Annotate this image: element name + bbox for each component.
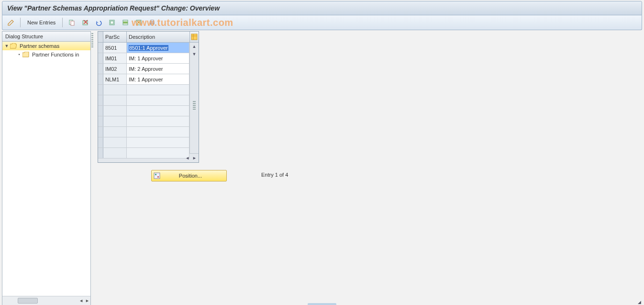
svg-rect-14: [151, 23, 154, 25]
table-row-empty[interactable]: [98, 148, 189, 158]
cell-description[interactable]: [127, 85, 189, 95]
table-settings-button[interactable]: [190, 32, 199, 42]
window-title-bar: View "Partner Schemas Appropriation Requ…: [2, 1, 642, 15]
table-header-row: ParSc Description: [98, 32, 199, 43]
cell-description[interactable]: [127, 116, 189, 126]
new-entries-label: New Entries: [27, 20, 56, 25]
column-header-parsc[interactable]: ParSc: [103, 32, 127, 42]
delete-icon[interactable]: [79, 17, 91, 28]
svg-rect-19: [155, 174, 156, 175]
print-icon[interactable]: [146, 17, 158, 28]
select-all-icon[interactable]: [106, 17, 118, 28]
table-row-empty[interactable]: [98, 116, 189, 127]
svg-rect-8: [123, 22, 128, 23]
row-selector-header[interactable]: [98, 32, 103, 42]
table-row-empty[interactable]: [98, 137, 189, 148]
tree-node-label: Partner Functions in: [31, 51, 80, 58]
scroll-right-icon[interactable]: ►: [85, 298, 89, 303]
tree-node-partner-schemas[interactable]: ▼ Partner schemas: [2, 42, 90, 50]
cell-parsc[interactable]: [103, 95, 127, 105]
row-selector[interactable]: [98, 64, 103, 74]
tree-node-label: Partner schemas: [19, 43, 60, 49]
work-area: Dialog Structure ▼ Partner schemas • Par…: [2, 31, 642, 305]
row-selector[interactable]: [98, 43, 103, 53]
cell-description[interactable]: IM: 2 Approver: [127, 64, 189, 74]
cell-description[interactable]: [127, 106, 189, 116]
table-row-empty[interactable]: [98, 106, 189, 116]
main-content-area: ParSc Description 85018501:1 ApproverIM0…: [94, 31, 642, 305]
table-row[interactable]: NLM1IM: 1 Approver: [98, 74, 189, 85]
row-selector[interactable]: [98, 116, 103, 126]
row-selector[interactable]: [98, 106, 103, 116]
tree-expand-icon[interactable]: ▼: [4, 44, 9, 48]
table-row-empty[interactable]: [98, 127, 189, 137]
folder-open-icon: [10, 43, 17, 49]
status-bar-hint: [308, 303, 336, 305]
dialog-structure-header: Dialog Structure: [2, 32, 90, 42]
row-selector[interactable]: [98, 127, 103, 137]
table-row[interactable]: IM01IM: 1 Approver: [98, 53, 189, 64]
svg-rect-20: [157, 176, 159, 178]
cell-parsc[interactable]: [103, 106, 127, 116]
table-vertical-scrollbar[interactable]: ▲ ▼: [189, 43, 199, 153]
table-row-empty[interactable]: [98, 95, 189, 106]
cell-parsc[interactable]: [103, 148, 127, 158]
dialog-structure-tree[interactable]: ▼ Partner schemas • Partner Functions in: [2, 42, 90, 296]
row-selector[interactable]: [98, 148, 103, 158]
toolbar-separator: [62, 18, 63, 27]
copy-icon[interactable]: [66, 17, 78, 28]
cell-parsc[interactable]: IM02: [103, 64, 127, 74]
scrollbar-thumb[interactable]: [18, 298, 38, 304]
svg-rect-15: [191, 34, 197, 40]
cell-description[interactable]: IM: 1 Approver: [127, 53, 189, 63]
row-selector[interactable]: [98, 95, 103, 105]
table-row[interactable]: 85018501:1 Approver: [98, 43, 189, 53]
cell-parsc[interactable]: [103, 127, 127, 137]
row-selector[interactable]: [98, 74, 103, 84]
window-title: View "Partner Schemas Appropriation Requ…: [7, 4, 220, 12]
row-selector[interactable]: [98, 53, 103, 63]
cell-description[interactable]: [127, 137, 189, 147]
cell-description[interactable]: [127, 95, 189, 105]
cell-parsc[interactable]: 8501: [103, 43, 127, 53]
cell-parsc[interactable]: [103, 137, 127, 147]
scrollbar-grip-icon: [193, 101, 196, 111]
row-selector[interactable]: [98, 137, 103, 147]
cell-parsc[interactable]: IM01: [103, 53, 127, 63]
folder-icon: [22, 52, 29, 57]
tree-node-partner-functions[interactable]: • Partner Functions in: [2, 50, 90, 59]
new-entries-button[interactable]: New Entries: [24, 17, 59, 28]
svg-rect-1: [71, 21, 74, 25]
scroll-up-icon[interactable]: ▲: [190, 43, 199, 50]
table-row-empty[interactable]: [98, 85, 189, 95]
scroll-left-icon[interactable]: ◄: [185, 156, 189, 160]
deselect-all-icon[interactable]: [133, 17, 144, 28]
column-header-description[interactable]: Description: [127, 32, 190, 42]
position-button-label: Position...: [179, 173, 202, 179]
position-icon: [154, 172, 160, 179]
cell-description[interactable]: IM: 1 Approver: [127, 74, 189, 84]
tree-bullet-icon: •: [17, 52, 22, 57]
cell-description[interactable]: [127, 127, 189, 137]
svg-rect-6: [111, 21, 113, 24]
cell-description[interactable]: [127, 148, 189, 158]
entry-count-text: Entry 1 of 4: [261, 172, 288, 178]
cell-parsc[interactable]: [103, 116, 127, 126]
table-row[interactable]: IM02IM: 2 Approver: [98, 64, 189, 74]
cell-parsc[interactable]: [103, 85, 127, 95]
scroll-right-icon[interactable]: ►: [192, 156, 197, 160]
svg-rect-13: [151, 20, 154, 22]
scroll-down-icon[interactable]: ▼: [190, 50, 199, 58]
partner-schemas-table: ParSc Description 85018501:1 ApproverIM0…: [98, 31, 199, 163]
position-button[interactable]: Position...: [151, 170, 227, 181]
undo-icon[interactable]: [93, 17, 104, 28]
resize-grip-icon[interactable]: ◢: [638, 300, 641, 305]
row-selector[interactable]: [98, 85, 103, 95]
scroll-left-icon[interactable]: ◄: [79, 298, 83, 303]
cell-description[interactable]: 8501:1 Approver: [127, 43, 189, 53]
tree-horizontal-scrollbar[interactable]: ◄ ►: [2, 296, 90, 305]
toggle-change-icon[interactable]: [5, 17, 17, 28]
toolbar-separator: [20, 18, 21, 27]
select-block-icon[interactable]: [120, 17, 131, 28]
cell-parsc[interactable]: NLM1: [103, 74, 127, 84]
